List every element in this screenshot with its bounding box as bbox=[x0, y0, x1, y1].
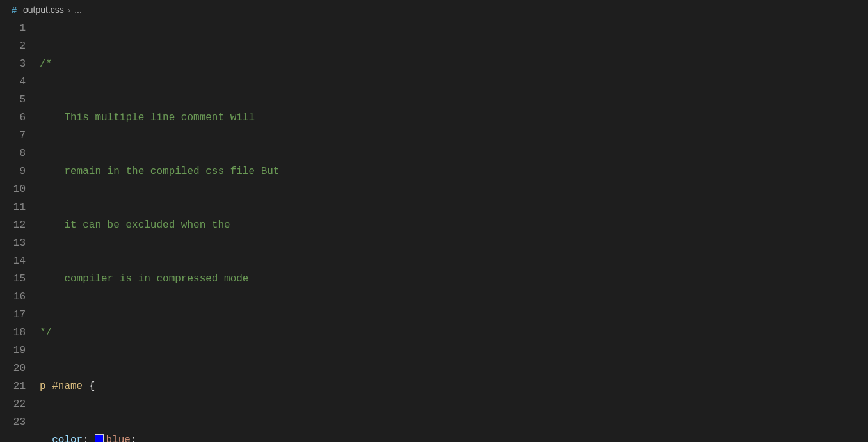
code-line[interactable]: remain in the compiled css file But bbox=[40, 162, 868, 180]
code-line[interactable]: p #name { bbox=[40, 377, 868, 395]
comment-token: it can be excluded when the bbox=[40, 219, 230, 231]
breadcrumb-filename[interactable]: output.css bbox=[23, 4, 64, 15]
comment-token: /* bbox=[40, 58, 52, 70]
line-number: 22 bbox=[0, 395, 26, 413]
line-number: 17 bbox=[0, 306, 26, 324]
line-number: 13 bbox=[0, 234, 26, 252]
punct-token: ; bbox=[131, 434, 137, 442]
code-editor[interactable]: 1 2 3 4 5 6 7 8 9 10 11 12 13 14 15 16 1… bbox=[0, 19, 868, 442]
selector-token: p #name bbox=[40, 381, 83, 392]
code-content[interactable]: /* This multiple line comment will remai… bbox=[40, 19, 868, 442]
brace-token: { bbox=[83, 381, 95, 392]
css-file-icon: # bbox=[9, 4, 19, 15]
line-number: 5 bbox=[0, 91, 26, 109]
comment-token: This multiple line comment will bbox=[40, 112, 255, 123]
line-number: 14 bbox=[0, 252, 26, 270]
chevron-right-icon: › bbox=[68, 5, 70, 15]
line-number: 8 bbox=[0, 145, 26, 162]
line-number: 21 bbox=[0, 377, 26, 395]
code-line[interactable]: This multiple line comment will bbox=[40, 109, 868, 127]
comment-token: remain in the compiled css file But bbox=[40, 166, 279, 177]
line-number: 6 bbox=[0, 109, 26, 127]
line-number: 12 bbox=[0, 216, 26, 234]
line-number: 1 bbox=[0, 19, 26, 37]
punct-token: : bbox=[83, 434, 95, 442]
color-swatch-icon[interactable] bbox=[95, 434, 104, 442]
value-token: blue bbox=[106, 434, 130, 442]
line-number: 10 bbox=[0, 180, 26, 198]
code-line[interactable]: /* bbox=[40, 55, 868, 73]
code-line[interactable]: it can be excluded when the bbox=[40, 216, 868, 234]
line-number: 19 bbox=[0, 342, 26, 359]
line-number: 20 bbox=[0, 359, 26, 377]
code-line[interactable]: */ bbox=[40, 324, 868, 342]
line-number: 23 bbox=[0, 413, 26, 431]
line-number: 7 bbox=[0, 127, 26, 145]
line-number: 15 bbox=[0, 270, 26, 288]
line-number: 16 bbox=[0, 288, 26, 306]
property-token: color bbox=[52, 434, 83, 442]
line-number: 3 bbox=[0, 55, 26, 73]
line-number: 11 bbox=[0, 198, 26, 216]
line-number: 4 bbox=[0, 73, 26, 91]
comment-token: */ bbox=[40, 327, 52, 338]
line-number: 2 bbox=[0, 37, 26, 55]
code-line[interactable]: compiler is in compressed mode bbox=[40, 270, 868, 288]
comment-token: compiler is in compressed mode bbox=[40, 273, 248, 285]
line-number: 9 bbox=[0, 162, 26, 180]
code-line[interactable]: color: blue; bbox=[40, 431, 868, 442]
breadcrumb-more[interactable]: ... bbox=[74, 4, 82, 15]
breadcrumb[interactable]: # output.css › ... bbox=[0, 0, 868, 19]
line-number-gutter: 1 2 3 4 5 6 7 8 9 10 11 12 13 14 15 16 1… bbox=[0, 19, 40, 442]
line-number: 18 bbox=[0, 324, 26, 342]
